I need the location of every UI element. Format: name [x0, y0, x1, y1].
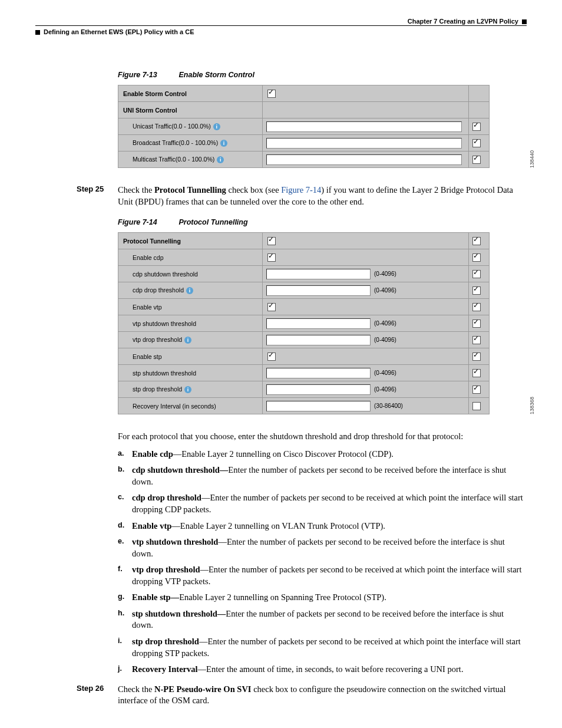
- info-icon[interactable]: i: [184, 337, 191, 344]
- stp-drop-input[interactable]: [266, 384, 371, 395]
- figure-13-imgid: 138440: [529, 150, 535, 168]
- cdp-shutdown-input[interactable]: [266, 269, 371, 279]
- figure-13: Enable Storm Control UNI Storm Control U…: [118, 85, 527, 168]
- list-item: c.cdp drop threshold—Enter the number of…: [118, 492, 527, 515]
- recovery-interval-input[interactable]: [266, 401, 371, 411]
- enable-storm-control-checkbox[interactable]: [267, 90, 276, 98]
- enable-cdp-editable-checkbox[interactable]: [472, 253, 481, 262]
- figure-13-caption: Figure 7-13 Enable Storm Control: [118, 71, 527, 79]
- protocol-tunnelling-checkbox[interactable]: [267, 237, 276, 245]
- enable-cdp-checkbox[interactable]: [267, 253, 276, 262]
- enable-storm-control-label: Enable Storm Control: [118, 85, 263, 102]
- stp-drop-label: stp drop thresholdi: [118, 381, 263, 398]
- info-icon[interactable]: i: [217, 156, 224, 163]
- stp-shutdown-editable-checkbox[interactable]: [472, 369, 481, 377]
- broadcast-traffic-label: Broadcast Traffic(0.0 - 100.0%)i: [118, 135, 263, 151]
- enable-vtp-label: Enable vtp: [118, 299, 263, 315]
- range-hint: (0-4096): [374, 386, 396, 393]
- info-icon[interactable]: i: [186, 287, 193, 294]
- enable-vtp-editable-checkbox[interactable]: [472, 303, 481, 311]
- unicast-editable-checkbox[interactable]: [472, 123, 481, 131]
- enable-stp-label: Enable stp: [118, 348, 263, 365]
- step-26-body: Check the N-PE Pseudo-wire On SVI check …: [118, 684, 527, 707]
- cdp-drop-input[interactable]: [266, 285, 371, 296]
- enable-vtp-checkbox[interactable]: [267, 303, 276, 311]
- broadcast-traffic-input[interactable]: [266, 138, 462, 149]
- recovery-interval-label: Recovery Interval (in seconds): [118, 398, 263, 414]
- range-hint: (0-4096): [374, 287, 396, 294]
- pt-editable-checkbox[interactable]: [472, 237, 481, 245]
- range-hint: (0-4096): [374, 337, 396, 343]
- vtp-shutdown-label: vtp shutdown threshold: [118, 315, 263, 332]
- unicast-traffic-label: Unicast Traffic(0.0 - 100.0%)i: [118, 118, 263, 135]
- list-item: g.Enable stp—Enable Layer 2 tunnelling o…: [118, 592, 527, 604]
- header-marker-icon: [522, 19, 527, 24]
- range-hint: (0-4096): [374, 370, 396, 376]
- multicast-editable-checkbox[interactable]: [472, 156, 481, 164]
- info-icon[interactable]: i: [213, 123, 220, 130]
- stp-drop-editable-checkbox[interactable]: [472, 386, 481, 394]
- figure-14-imgid: 138368: [529, 397, 535, 414]
- vtp-shutdown-input[interactable]: [266, 318, 371, 329]
- multicast-traffic-label: Multicast Traffic(0.0 - 100.0%)i: [118, 151, 263, 168]
- unicast-traffic-input[interactable]: [266, 121, 462, 132]
- list-item: j.Recovery Interval—Enter the amount of …: [118, 664, 527, 676]
- recovery-editable-checkbox[interactable]: [472, 402, 481, 410]
- list-item: h.stp shutdown threshold—Enter the numbe…: [118, 608, 527, 631]
- vtp-drop-label: vtp drop thresholdi: [118, 332, 263, 348]
- header-marker-icon: [35, 30, 40, 35]
- running-header: Chapter 7 Creating an L2VPN Policy: [35, 18, 527, 26]
- stp-shutdown-label: stp shutdown threshold: [118, 365, 263, 381]
- protocol-definitions-list: a.Enable cdp—Enable Layer 2 tunnelling o…: [118, 449, 527, 676]
- broadcast-editable-checkbox[interactable]: [472, 139, 481, 147]
- uni-storm-control-label: UNI Storm Control: [118, 102, 263, 118]
- protocol-tunnelling-label: Protocol Tunnelling: [118, 233, 263, 249]
- vtp-shutdown-editable-checkbox[interactable]: [472, 319, 481, 328]
- multicast-traffic-input[interactable]: [266, 154, 462, 165]
- info-icon[interactable]: i: [220, 140, 227, 147]
- chapter-label: Chapter 7 Creating an L2VPN Policy: [408, 18, 518, 25]
- list-item: e.vtp shutdown threshold—Enter the numbe…: [118, 536, 527, 559]
- enable-stp-editable-checkbox[interactable]: [472, 353, 481, 361]
- cdp-drop-editable-checkbox[interactable]: [472, 286, 481, 295]
- enable-stp-checkbox[interactable]: [267, 353, 276, 361]
- info-icon[interactable]: i: [184, 386, 191, 393]
- list-item: d.Enable vtp—Enable Layer 2 tunnelling o…: [118, 521, 527, 532]
- step-25-label: Step 25: [35, 185, 118, 207]
- list-item: b.cdp shutdown threshold—Enter the numbe…: [118, 465, 527, 487]
- range-hint: (30-86400): [374, 403, 403, 409]
- figure-14: Protocol Tunnelling Enable cdp cdp shutd…: [118, 232, 527, 414]
- list-item: a.Enable cdp—Enable Layer 2 tunnelling o…: [118, 449, 527, 460]
- list-item: i.stp drop threshold—Enter the number of…: [118, 636, 527, 659]
- section-label: Defining an Ethernet EWS (EPL) Policy wi…: [44, 28, 194, 35]
- cdp-drop-label: cdp drop thresholdi: [118, 282, 263, 299]
- range-hint: (0-4096): [374, 320, 396, 327]
- range-hint: (0-4096): [374, 271, 396, 277]
- cdp-shutdown-label: cdp shutdown threshold: [118, 266, 263, 282]
- figure-14-caption: Figure 7-14 Protocol Tunnelling: [118, 218, 527, 226]
- running-subheader: Defining an Ethernet EWS (EPL) Policy wi…: [35, 28, 527, 35]
- cdp-shutdown-editable-checkbox[interactable]: [472, 270, 481, 278]
- step-25-body: Check the Protocol Tunnelling check box …: [118, 185, 527, 207]
- vtp-drop-editable-checkbox[interactable]: [472, 336, 481, 344]
- list-item: f.vtp drop threshold—Enter the number of…: [118, 564, 527, 587]
- figure-7-14-xref[interactable]: Figure 7-14: [281, 185, 321, 195]
- vtp-drop-input[interactable]: [266, 335, 371, 345]
- step-26-label: Step 26: [35, 684, 118, 707]
- enable-cdp-label: Enable cdp: [118, 249, 263, 266]
- stp-shutdown-input[interactable]: [266, 368, 371, 378]
- threshold-leadin: For each protocol that you choose, enter…: [118, 431, 527, 443]
